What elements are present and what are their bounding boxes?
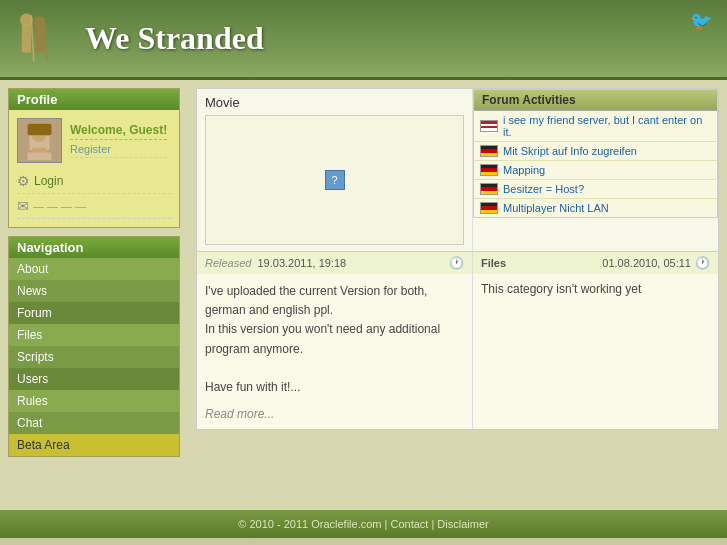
nav-files[interactable]: Files: [9, 324, 179, 346]
play-icon[interactable]: ?: [325, 170, 345, 190]
read-more-link[interactable]: Read more...: [205, 407, 274, 421]
flag-de-icon: [480, 145, 498, 157]
forum-item: Multiplayer Nicht LAN: [474, 199, 717, 217]
mail-text: — — — —: [33, 200, 86, 212]
nav-title: Navigation: [9, 237, 179, 258]
flag-de-icon: [480, 164, 498, 176]
welcome-text: Welcome, Guest!: [70, 123, 167, 140]
files-date: 01.08.2010, 05:11: [602, 257, 691, 269]
files-label: Files: [481, 257, 602, 269]
header-logo: [15, 6, 75, 71]
footer: © 2010 - 2011 Oraclefile.com | Contact |…: [0, 510, 727, 538]
main-wrapper: Profile: [0, 80, 727, 510]
description-col: I've uploaded the current Version for bo…: [197, 274, 473, 429]
profile-box: Profile: [8, 88, 180, 228]
svg-rect-9: [28, 124, 52, 135]
released-label: Released: [205, 257, 251, 269]
login-row: ⚙ Login: [17, 173, 171, 194]
nav-rules[interactable]: Rules: [9, 390, 179, 412]
profile-title: Profile: [9, 89, 179, 110]
description-text: I've uploaded the current Version for bo…: [205, 282, 464, 397]
forum-activities-box: Forum Activities i see my friend server,…: [473, 89, 718, 218]
forum-item: i see my friend server, but I cant enter…: [474, 111, 717, 142]
nav-beta[interactable]: Beta Area: [9, 434, 179, 456]
files-col: This category isn't working yet: [473, 274, 718, 429]
clock-icon: 🕐: [449, 256, 464, 270]
movie-player[interactable]: ?: [205, 115, 464, 245]
nav-scripts[interactable]: Scripts: [9, 346, 179, 368]
nav-users[interactable]: Users: [9, 368, 179, 390]
flag-us-icon: [480, 120, 498, 132]
forum-link[interactable]: Mapping: [503, 164, 545, 176]
forum-activities-col: Forum Activities i see my friend server,…: [473, 89, 718, 251]
movie-row: Movie ? Forum Activities i see my friend…: [197, 89, 718, 251]
forum-item: Besitzer = Host?: [474, 180, 717, 199]
svg-rect-11: [28, 152, 52, 160]
content-sections: Movie ? Forum Activities i see my friend…: [196, 88, 719, 430]
twitter-icon[interactable]: 🐦: [690, 10, 712, 32]
register-link[interactable]: Register: [70, 143, 167, 158]
nav-about[interactable]: About: [9, 258, 179, 280]
profile-user-row: Welcome, Guest! Register: [17, 118, 171, 163]
profile-info: Welcome, Guest! Register: [70, 123, 167, 158]
forum-activities-title: Forum Activities: [474, 90, 717, 111]
clock-icon: 🕐: [695, 256, 710, 270]
svg-rect-3: [36, 26, 44, 52]
profile-content: Welcome, Guest! Register ⚙ Login ✉ — — —…: [9, 110, 179, 227]
content-area: Movie ? Forum Activities i see my friend…: [188, 80, 727, 510]
forum-link[interactable]: i see my friend server, but I cant enter…: [503, 114, 711, 138]
nav-chat[interactable]: Chat: [9, 412, 179, 434]
released-date: 19.03.2011, 19:18: [257, 257, 449, 269]
gear-icon: ⚙: [17, 173, 30, 189]
flag-de-icon: [480, 183, 498, 195]
svg-rect-0: [22, 25, 31, 53]
forum-link[interactable]: Multiplayer Nicht LAN: [503, 202, 609, 214]
flag-de-icon: [480, 202, 498, 214]
avatar: [17, 118, 62, 163]
footer-text: © 2010 - 2011 Oraclefile.com | Contact |…: [238, 518, 488, 530]
files-section: Files 01.08.2010, 05:11 🕐: [473, 252, 718, 274]
desc-files-row: I've uploaded the current Version for bo…: [197, 274, 718, 429]
nav-news[interactable]: News: [9, 280, 179, 302]
movie-left-col: Movie ?: [197, 89, 473, 251]
forum-link[interactable]: Mit Skript auf Info zugreifen: [503, 145, 637, 157]
nav-box: Navigation About News Forum Files Script…: [8, 236, 180, 457]
forum-item: Mit Skript auf Info zugreifen: [474, 142, 717, 161]
files-description: This category isn't working yet: [481, 282, 641, 296]
forum-link[interactable]: Besitzer = Host?: [503, 183, 584, 195]
mail-icon: ✉: [17, 198, 29, 214]
movie-title: Movie: [205, 95, 464, 110]
released-section: Released 19.03.2011, 19:18 🕐: [197, 252, 473, 274]
login-link[interactable]: Login: [34, 174, 63, 188]
sidebar: Profile: [0, 80, 188, 510]
site-title: We Stranded: [85, 20, 264, 57]
mail-row: ✉ — — — —: [17, 198, 171, 219]
forum-item: Mapping: [474, 161, 717, 180]
header: We Stranded 🐦: [0, 0, 727, 80]
nav-forum[interactable]: Forum: [9, 302, 179, 324]
released-files-row: Released 19.03.2011, 19:18 🕐 Files 01.08…: [197, 251, 718, 274]
